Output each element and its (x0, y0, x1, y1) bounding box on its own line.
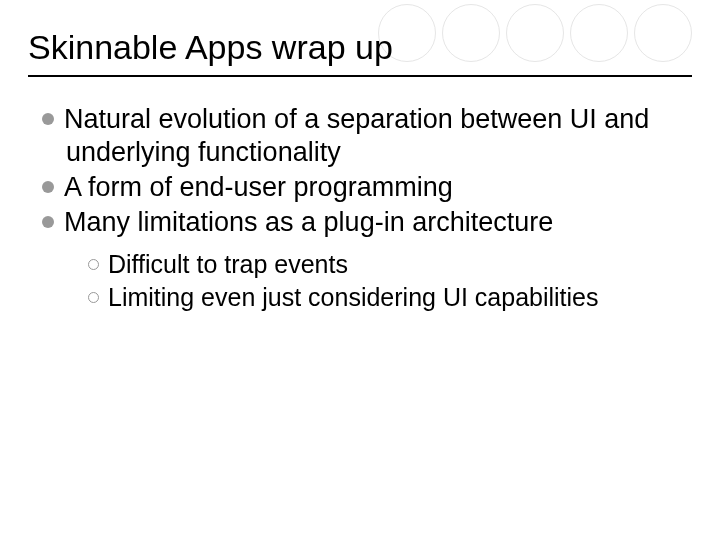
bullet-text: A form of end-user programming (64, 172, 453, 202)
bullet-dot-icon (42, 216, 54, 228)
sub-bullet-group: Difficult to trap events Limiting even j… (88, 249, 692, 314)
bullet-ring-icon (88, 292, 99, 303)
sub-bullet-text: Difficult to trap events (108, 250, 348, 278)
slide-title: Skinnable Apps wrap up (28, 28, 692, 67)
bullet-item: A form of end-user programming (42, 171, 692, 204)
bullet-text: Many limitations as a plug-in architectu… (64, 207, 553, 237)
sub-bullet-item: Limiting even just considering UI capabi… (88, 282, 692, 313)
bullet-ring-icon (88, 259, 99, 270)
bullet-text: Natural evolution of a separation betwee… (64, 104, 649, 167)
slide-body: Natural evolution of a separation betwee… (28, 103, 692, 313)
sub-bullet-text: Limiting even just considering UI capabi… (108, 283, 599, 311)
bullet-dot-icon (42, 181, 54, 193)
bullet-item: Natural evolution of a separation betwee… (42, 103, 692, 169)
slide: Skinnable Apps wrap up Natural evolution… (0, 0, 720, 540)
bullet-dot-icon (42, 113, 54, 125)
sub-bullet-item: Difficult to trap events (88, 249, 692, 280)
title-underline (28, 75, 692, 77)
bullet-item: Many limitations as a plug-in architectu… (42, 206, 692, 239)
